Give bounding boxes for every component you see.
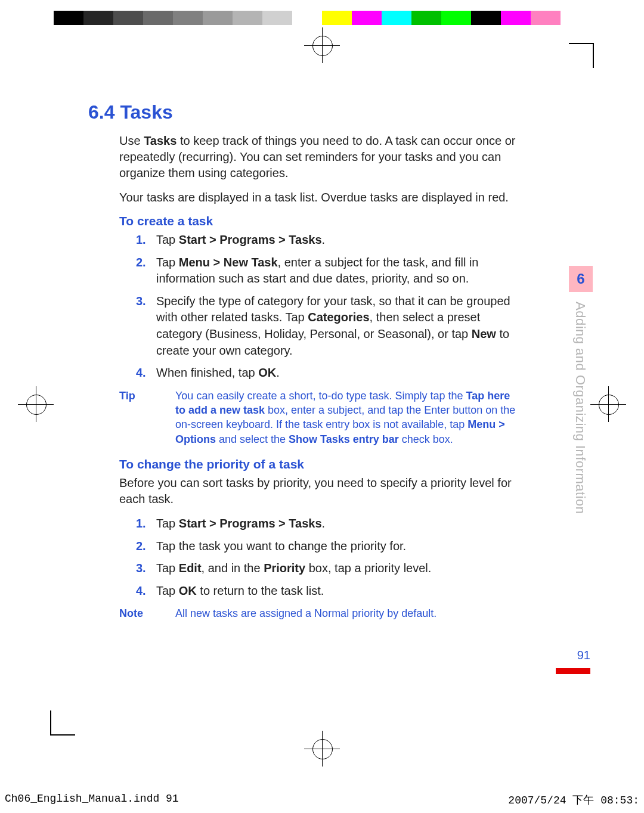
imposition-footer: Ch06_English_Manual.indd 91 2007/5/24 下午… bbox=[0, 793, 644, 807]
step-item: 2.Tap the task you want to change the pr… bbox=[154, 538, 518, 555]
crop-mark-bottom-left bbox=[50, 710, 75, 736]
note-text: All new tasks are assigned a Normal prio… bbox=[175, 606, 518, 620]
change-priority-intro: Before you can sort tasks by priority, y… bbox=[88, 475, 518, 507]
page-accent-bar bbox=[556, 668, 590, 674]
color-calibration-bar bbox=[54, 11, 590, 25]
note-label: Note bbox=[119, 606, 156, 620]
step-item: 3.Specify the type of category for your … bbox=[154, 293, 518, 359]
chapter-title-vertical: Adding and Organizing Information bbox=[572, 302, 588, 514]
step-item: 4.Tap OK to return to the task list. bbox=[154, 583, 518, 600]
page-number: 91 bbox=[556, 648, 590, 662]
section-number: 6.4 bbox=[88, 101, 114, 123]
step-item: 4.When finished, tap OK. bbox=[154, 365, 518, 381]
intro-paragraph-2: Your tasks are displayed in a task list.… bbox=[88, 190, 518, 206]
intro-paragraph-1: Use Tasks to keep track of things you ne… bbox=[88, 133, 518, 181]
tip-label: Tip bbox=[119, 389, 156, 446]
footer-timestamp: 2007/5/24 下午 08:53: bbox=[508, 793, 639, 807]
change-priority-steps: 1.Tap Start > Programs > Tasks.2.Tap the… bbox=[88, 516, 518, 599]
step-item: 3.Tap Edit, and in the Priority box, tap… bbox=[154, 560, 518, 577]
page-content: 6.4 Tasks Use Tasks to keep track of thi… bbox=[88, 101, 518, 632]
registration-mark-right bbox=[590, 386, 626, 422]
tip-text: You can easily create a short, to-do typ… bbox=[175, 389, 518, 446]
create-task-steps: 1.Tap Start > Programs > Tasks.2.Tap Men… bbox=[88, 232, 518, 381]
step-item: 1.Tap Start > Programs > Tasks. bbox=[154, 232, 518, 249]
registration-mark-left bbox=[18, 386, 54, 422]
step-item: 2.Tap Menu > New Task, enter a subject f… bbox=[154, 255, 518, 287]
chapter-sidebar: 6 Adding and Organizing Information bbox=[569, 266, 593, 552]
section-heading: 6.4 Tasks bbox=[88, 101, 518, 123]
step-item: 1.Tap Start > Programs > Tasks. bbox=[154, 516, 518, 532]
tip-block: Tip You can easily create a short, to-do… bbox=[88, 389, 518, 446]
note-block: Note All new tasks are assigned a Normal… bbox=[88, 606, 518, 620]
crop-mark-top-right bbox=[569, 43, 594, 68]
page-number-block: 91 bbox=[556, 648, 590, 674]
subheading-change-priority: To change the priority of a task bbox=[88, 457, 518, 471]
registration-mark-top bbox=[304, 27, 340, 63]
section-title-text: Tasks bbox=[120, 101, 172, 123]
footer-filename: Ch06_English_Manual.indd 91 bbox=[5, 793, 179, 807]
registration-mark-bottom bbox=[304, 731, 340, 767]
chapter-tab: 6 bbox=[569, 266, 593, 292]
subheading-create-task: To create a task bbox=[88, 214, 518, 228]
